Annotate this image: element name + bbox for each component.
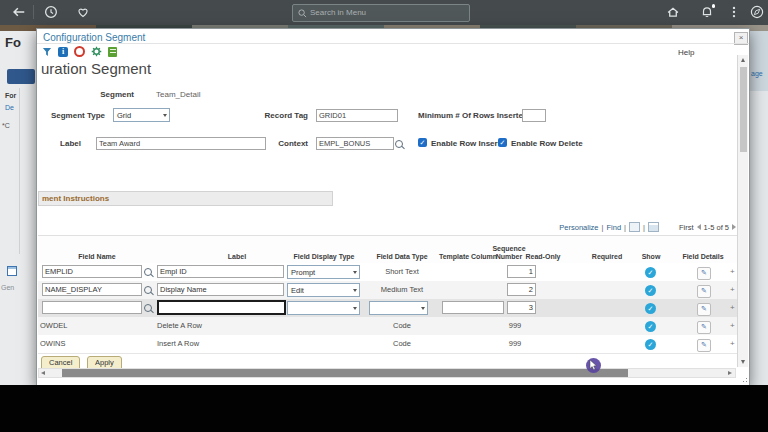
chevron-down-icon	[421, 307, 425, 310]
segment-type-select[interactable]: Grid	[113, 108, 170, 122]
notifications-bell-icon[interactable]	[700, 5, 714, 19]
view-all-icon[interactable]	[629, 222, 640, 232]
enable-row-insert-checkbox[interactable]: ✓	[418, 138, 427, 147]
letterbox-bottom	[0, 385, 768, 432]
show-check-icon[interactable]: ✓	[645, 285, 656, 296]
background-label-cat: *C	[2, 122, 10, 129]
column-header-read-only: Read-Only	[520, 253, 566, 261]
show-check-icon[interactable]: ✓	[645, 339, 656, 350]
add-row-button[interactable]: +	[730, 285, 735, 295]
field-details-button[interactable]: ✎	[697, 303, 711, 316]
scroll-up-icon[interactable]	[741, 58, 745, 62]
favorites-heart-icon[interactable]	[76, 5, 90, 19]
find-link[interactable]: Find	[606, 223, 621, 232]
navbar-compass-icon[interactable]	[750, 5, 764, 19]
sequence-number-input[interactable]	[507, 301, 536, 314]
show-check-icon[interactable]: ✓	[645, 267, 656, 278]
vertical-scrollbar-thumb[interactable]	[740, 67, 747, 152]
scroll-right-icon[interactable]	[728, 371, 732, 375]
sequence-number-input[interactable]	[507, 283, 536, 296]
grid-row: OWDELDelete A RowCode999✓✎+	[38, 317, 737, 336]
app-header: Search in Menu	[0, 0, 768, 25]
previous-page-icon[interactable]	[697, 224, 701, 230]
scroll-left-icon[interactable]	[41, 371, 45, 375]
info-icon[interactable]: i	[58, 47, 68, 57]
template-column-input[interactable]	[442, 301, 504, 314]
panel-border	[19, 88, 20, 254]
field-details-button[interactable]: ✎	[697, 285, 711, 298]
field-name-lookup-icon[interactable]	[144, 268, 152, 276]
kebab-menu-icon[interactable]	[727, 5, 741, 19]
add-row-button[interactable]: +	[730, 303, 735, 313]
sequence-number-input[interactable]	[507, 265, 536, 278]
scroll-down-icon[interactable]	[741, 360, 745, 364]
field-display-type-select[interactable]	[287, 301, 360, 315]
home-icon[interactable]	[666, 5, 680, 19]
display-type-value: Prompt	[291, 268, 315, 277]
modal-title: Configuration Segment	[43, 32, 145, 43]
label-input[interactable]	[157, 300, 286, 315]
field-name-input[interactable]	[42, 301, 142, 314]
field-details-button[interactable]: ✎	[697, 339, 711, 352]
resize-grip[interactable]	[739, 374, 747, 382]
toolbar-separator: |	[624, 223, 626, 232]
field-name-text: OWDEL	[40, 317, 68, 335]
context-input[interactable]	[316, 137, 394, 150]
label-input[interactable]	[157, 283, 284, 296]
background-page-left: Fo For De *C Gen	[0, 31, 36, 385]
field-name-lookup-icon[interactable]	[144, 286, 152, 294]
download-grid-icon[interactable]	[648, 222, 659, 232]
label-input[interactable]	[96, 137, 266, 150]
background-link-detail[interactable]: De	[5, 104, 14, 111]
grid-icon	[7, 266, 17, 276]
add-row-button[interactable]: +	[730, 267, 735, 277]
background-link-page[interactable]: age	[751, 70, 763, 77]
field-name-lookup-icon[interactable]	[144, 304, 152, 312]
chevron-down-icon	[353, 289, 357, 292]
show-check-icon[interactable]: ✓	[645, 321, 656, 332]
background-button[interactable]	[7, 69, 35, 84]
horizontal-scrollbar[interactable]	[38, 368, 736, 378]
column-header-field-display-type: Field Display Type	[284, 253, 364, 261]
column-header-show: Show	[629, 253, 673, 261]
field-display-type-select[interactable]: Prompt	[287, 265, 360, 279]
page-heading: uration Segment	[41, 60, 151, 77]
field-name-input[interactable]	[42, 283, 142, 296]
help-link[interactable]: Help	[678, 48, 694, 57]
add-row-button[interactable]: +	[730, 339, 735, 349]
field-details-button[interactable]: ✎	[697, 321, 711, 334]
field-display-type-select[interactable]: Edit	[287, 283, 360, 297]
personalize-link[interactable]: Personalize	[559, 223, 598, 232]
modal-toolbar: i	[42, 46, 117, 57]
chevron-down-icon	[353, 307, 357, 310]
background-page-right: age	[749, 31, 768, 385]
instructions-section-header[interactable]: ment Instructions	[38, 191, 333, 206]
recent-clock-icon[interactable]	[44, 5, 58, 19]
field-data-type-select[interactable]	[369, 301, 428, 315]
show-check-icon[interactable]: ✓	[645, 303, 656, 314]
gear-icon[interactable]	[91, 46, 102, 57]
row-range: 1-5 of 5	[704, 223, 729, 232]
stopwatch-icon[interactable]	[74, 46, 85, 57]
next-page-icon[interactable]	[732, 224, 736, 230]
sequence-number-text: 999	[492, 335, 538, 353]
field-name-input[interactable]	[42, 265, 142, 278]
notepad-icon[interactable]	[108, 47, 117, 57]
add-row-button[interactable]: +	[730, 321, 735, 331]
context-lookup-icon[interactable]	[395, 140, 403, 148]
first-link[interactable]: First	[679, 223, 694, 232]
field-details-button[interactable]: ✎	[697, 267, 711, 280]
record-tag-input[interactable]	[316, 109, 398, 122]
label-input[interactable]	[157, 265, 284, 278]
min-rows-input[interactable]	[522, 109, 546, 122]
search-icon	[298, 9, 307, 18]
modal-header-divider	[37, 43, 749, 44]
back-icon[interactable]	[12, 5, 26, 19]
search-input[interactable]: Search in Menu	[292, 4, 470, 22]
segment-type-label: Segment Type	[41, 111, 105, 120]
horizontal-scrollbar-thumb[interactable]	[62, 369, 628, 377]
vertical-scrollbar[interactable]	[737, 55, 748, 367]
enable-row-delete-checkbox[interactable]: ✓	[498, 138, 507, 147]
field-data-type-text: Code	[362, 335, 442, 353]
related-actions-icon[interactable]	[42, 47, 52, 57]
